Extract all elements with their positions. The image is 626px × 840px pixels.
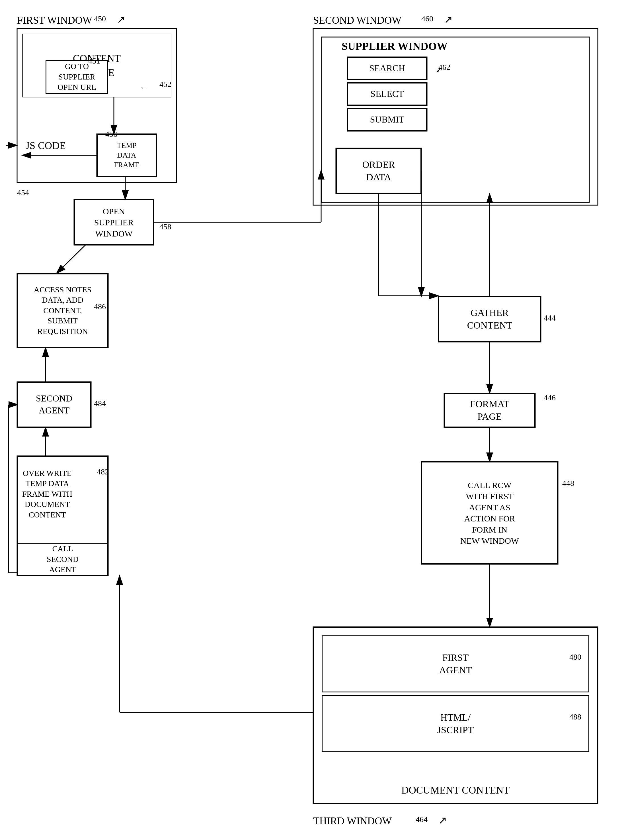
ref-454: 454	[17, 188, 29, 197]
open-supplier-window-box: OPENSUPPLIERWINDOW	[74, 199, 154, 245]
ref-452: 452	[160, 80, 171, 89]
call-second-agent-inner-box: CALLSECONDAGENT	[18, 543, 107, 575]
open-supplier-window-label: OPENSUPPLIERWINDOW	[94, 206, 133, 239]
search-label: SEARCH	[369, 63, 405, 74]
ref-464: 464	[416, 815, 427, 824]
js-code-label: JS CODE	[26, 140, 66, 152]
html-jscript-box: HTML/JSCRIPT	[322, 695, 589, 752]
gather-content-label: GATHERCONTENT	[467, 306, 512, 332]
ref-446: 446	[544, 393, 556, 402]
go-to-supplier-label: GO TOSUPPLIEROPEN URL	[58, 61, 96, 92]
submit-box: SUBMIT	[347, 108, 427, 131]
ref-450: 450	[94, 14, 106, 24]
ref-451: 451	[88, 57, 100, 66]
submit-label: SUBMIT	[370, 114, 405, 126]
supplier-window-title: SUPPLIER WINDOW	[342, 40, 448, 52]
ref-486: 486	[94, 302, 106, 311]
first-agent-label: FIRSTAGENT	[439, 652, 472, 677]
second-agent-box: SECONDAGENT	[17, 382, 91, 427]
temp-data-frame-label: TEMPDATAFRAME	[114, 141, 139, 170]
temp-data-frame-box: TEMPDATAFRAME	[97, 134, 156, 177]
format-page-box: FORMATPAGE	[444, 393, 535, 427]
over-write-label: OVER WRITETEMP DATAFRAME WITHDOCUMENTCON…	[18, 462, 77, 526]
call-rcw-box: CALL RCWWITH FIRSTAGENT ASACTION FORFORM…	[421, 462, 558, 564]
svg-line-27	[57, 245, 85, 273]
order-data-label: ORDERDATA	[362, 159, 395, 184]
document-content-label: DOCUMENT CONTENT	[401, 783, 510, 797]
ref-488: 488	[570, 712, 581, 721]
select-label: SELECT	[370, 88, 404, 100]
third-window-title: THIRD WINDOW	[313, 815, 392, 827]
ref-448: 448	[562, 479, 574, 488]
ref-456: 456	[105, 130, 117, 139]
gather-content-box: GATHERCONTENT	[438, 296, 541, 342]
select-box: SELECT	[347, 83, 427, 105]
second-agent-label: SECONDAGENT	[36, 393, 72, 416]
ref-458: 458	[160, 222, 171, 231]
second-window-title: SECOND WINDOW	[313, 14, 401, 26]
order-data-box: ORDERDATA	[336, 148, 421, 194]
access-notes-label: ACCESS NOTESDATA, ADDCONTENT,SUBMITREQUI…	[34, 285, 91, 336]
search-box: SEARCH	[347, 57, 427, 80]
ref-484: 484	[94, 399, 106, 408]
call-rcw-label: CALL RCWWITH FIRSTAGENT ASACTION FORFORM…	[460, 480, 519, 546]
first-agent-box: FIRSTAGENT	[322, 636, 589, 692]
ref-480: 480	[570, 653, 581, 662]
over-write-box: OVER WRITETEMP DATAFRAME WITHDOCUMENTCON…	[17, 456, 108, 576]
ref-482: 482	[97, 467, 109, 476]
ref-444: 444	[544, 313, 556, 323]
format-page-label: FORMATPAGE	[470, 398, 509, 423]
html-jscript-label: HTML/JSCRIPT	[437, 711, 474, 736]
first-window-title: FIRST WINDOW	[17, 14, 92, 26]
call-second-agent-label: CALLSECONDAGENT	[47, 544, 78, 575]
ref-460: 460	[421, 14, 433, 24]
